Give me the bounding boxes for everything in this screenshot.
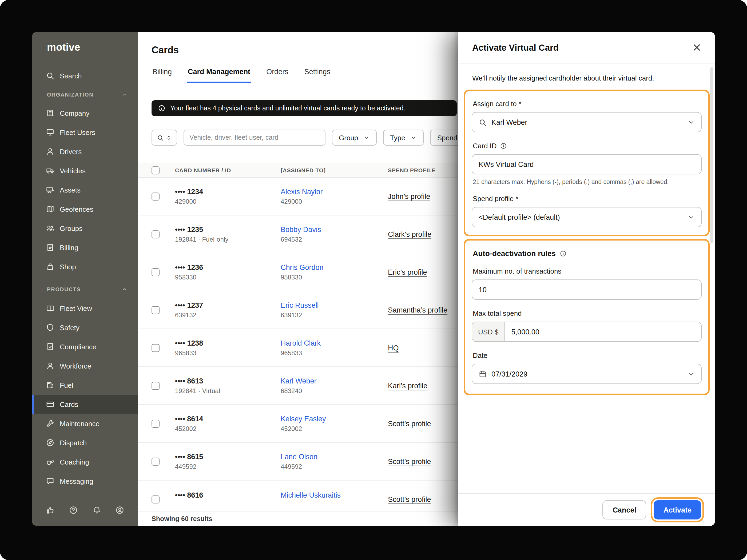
assigned-id-sub: 639132 <box>281 311 388 319</box>
assigned-to-link[interactable]: Michelle Uskuraitis <box>281 491 388 499</box>
spend-profile-link[interactable]: Samantha’s profile <box>388 306 447 314</box>
spend-profile-link[interactable]: Scott’s profile <box>388 496 431 504</box>
page-title: Cards <box>152 45 458 56</box>
row-checkbox[interactable] <box>152 268 159 276</box>
shield-icon <box>46 323 54 332</box>
search-scope-button[interactable] <box>152 130 177 145</box>
row-checkbox[interactable] <box>152 420 159 427</box>
sidebar-item-fleet-users[interactable]: Fleet Users <box>32 123 138 142</box>
row-checkbox[interactable] <box>152 381 159 390</box>
help-icon[interactable] <box>69 505 78 514</box>
thumbs-up-icon[interactable] <box>46 505 55 514</box>
sidebar-item-compliance[interactable]: Compliance <box>32 337 138 356</box>
sidebar-item-company[interactable]: Company <box>32 104 138 123</box>
sidebar-item-geofences[interactable]: Geofences <box>32 199 138 219</box>
sidebar-item-cards[interactable]: Cards <box>32 395 138 414</box>
tab-billing[interactable]: Billing <box>152 61 173 83</box>
spend-profile-link[interactable]: Eric’s profile <box>388 268 427 276</box>
tab-orders[interactable]: Orders <box>265 61 289 83</box>
spend-profile-link[interactable]: John’s profile <box>388 192 430 201</box>
tab-settings[interactable]: Settings <box>303 61 332 83</box>
sidebar-item-fuel[interactable]: Fuel <box>32 375 138 395</box>
assigned-to-link[interactable]: Alexis Naylor <box>281 187 388 195</box>
assigned-to-link[interactable]: Karl Weber <box>281 377 388 385</box>
assigned-to-link[interactable]: Kelsey Easley <box>281 415 388 423</box>
sidebar-item-assets[interactable]: Assets <box>32 180 138 199</box>
filter-label: Group <box>339 134 358 141</box>
sidebar-item-workforce[interactable]: Workforce <box>32 356 138 375</box>
sidebar-item-vehicles[interactable]: Vehicles <box>32 161 138 180</box>
card-id-sub: 429000 <box>175 197 281 205</box>
filter-label: Spend <box>437 134 457 141</box>
assigned-id-sub: 958330 <box>281 273 388 281</box>
spend-profile-link[interactable]: Scott’s profile <box>388 458 431 465</box>
assigned-to-link[interactable]: Lane Olson <box>281 453 388 460</box>
sidebar-item-dispatch[interactable]: Dispatch <box>32 433 138 452</box>
max-spend-input[interactable]: USD $ 5,000.00 <box>472 322 702 342</box>
highlight-box-card-details: Assign card to * Karl Weber Card ID KWs … <box>464 89 710 236</box>
spend-profile-link[interactable]: HQ <box>388 344 399 352</box>
results-footer: Showing 60 results <box>138 511 458 526</box>
row-checkbox[interactable] <box>152 230 159 238</box>
sidebar-section-header[interactable]: ORGANIZATION <box>32 85 138 104</box>
assigned-to-link[interactable]: Bobby Davis <box>281 225 388 233</box>
card-id-input[interactable]: KWs Virtual Card <box>472 154 702 175</box>
row-checkbox[interactable] <box>152 495 159 503</box>
search-input[interactable] <box>184 130 326 145</box>
card-id-sub <box>175 501 281 507</box>
spend-profile-link[interactable]: Clark’s profile <box>388 231 431 238</box>
sidebar-item-coaching[interactable]: Coaching <box>32 452 138 472</box>
assigned-to-link[interactable]: Chris Gordon <box>281 263 388 271</box>
chevron-up-icon <box>122 286 128 292</box>
info-icon <box>500 142 507 149</box>
close-icon[interactable] <box>692 42 702 53</box>
sidebar-item-fleet-view[interactable]: Fleet View <box>32 299 138 318</box>
tab-card-management[interactable]: Card Management <box>187 61 251 83</box>
info-icon <box>158 105 165 112</box>
spend-profile-link[interactable]: Scott’s profile <box>388 420 431 428</box>
sidebar-item-safety[interactable]: Safety <box>32 318 138 337</box>
card-number: •••• 1238 <box>175 339 281 347</box>
sidebar-item-messaging[interactable]: Messaging <box>32 472 138 491</box>
row-checkbox[interactable] <box>152 457 159 465</box>
table-row: •••• 8615 449592 Lane Olson 449592 Scott… <box>138 443 458 481</box>
filter-type-dropdown[interactable]: Type <box>383 130 424 145</box>
chevron-down-icon <box>688 214 695 220</box>
max-transactions-input[interactable]: 10 <box>472 279 702 300</box>
assign-card-select[interactable]: Karl Weber <box>472 112 702 132</box>
card-id-help: 21 characters max. Hyphens (-), periods … <box>473 179 702 185</box>
assigned-to-link[interactable]: Eric Russell <box>281 301 388 309</box>
row-checkbox[interactable] <box>152 344 159 352</box>
bell-icon[interactable] <box>92 505 101 514</box>
assigned-to-link[interactable]: Harold Clark <box>281 339 388 347</box>
sidebar-item-billing[interactable]: Billing <box>32 238 138 257</box>
table-body: •••• 1234 429000 Alexis Naylor 429000 Jo… <box>138 178 458 518</box>
sidebar-item-drivers[interactable]: Drivers <box>32 142 138 161</box>
sidebar-item-maintenance[interactable]: Maintenance <box>32 414 138 433</box>
sidebar-item-search[interactable]: Search <box>32 66 138 85</box>
row-checkbox[interactable] <box>152 192 159 200</box>
monitor-icon <box>46 128 54 136</box>
account-icon[interactable] <box>115 505 124 514</box>
select-all-checkbox[interactable] <box>152 166 159 174</box>
sidebar-item-label: Coaching <box>60 458 89 466</box>
activate-button[interactable]: Activate <box>654 500 701 519</box>
sidebar-item-groups[interactable]: Groups <box>32 219 138 238</box>
sidebar-item-label: Safety <box>60 323 79 331</box>
scrollbar-thumb[interactable] <box>710 67 713 243</box>
modal-header: Activate Virtual Card <box>458 32 715 63</box>
sidebar-item-label: Company <box>60 109 89 117</box>
sidebar-item-label: Billing <box>60 243 78 251</box>
spend-profile-link[interactable]: Karl’s profile <box>388 382 428 390</box>
filter-group-dropdown[interactable]: Group <box>332 130 377 145</box>
sidebar-section-header[interactable]: PRODUCTS <box>32 276 138 299</box>
sidebar-sections: ORGANIZATION Company Fleet Users Drivers… <box>32 85 138 491</box>
sidebar-item-shop[interactable]: Shop <box>32 257 138 276</box>
spend-profile-select[interactable]: <Default profile> (default) <box>472 207 702 227</box>
search-icon <box>479 118 487 126</box>
cancel-button[interactable]: Cancel <box>602 500 646 519</box>
filter-label: Type <box>390 134 405 141</box>
date-select[interactable]: 07/31/2029 <box>472 364 702 384</box>
modal-intro: We’ll notify the assigned cardholder abo… <box>472 74 710 82</box>
row-checkbox[interactable] <box>152 306 159 314</box>
